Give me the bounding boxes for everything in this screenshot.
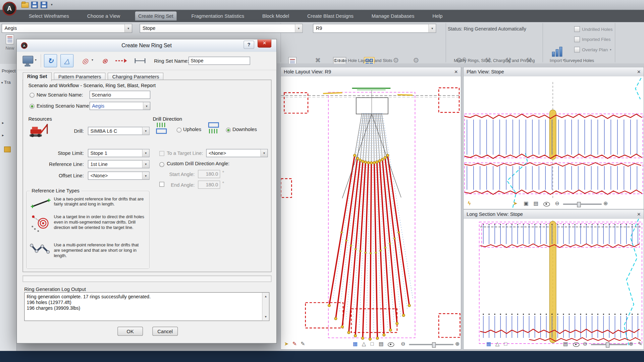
close-icon[interactable]: ✕	[637, 69, 641, 74]
chevron-down-icon[interactable]: ▾	[295, 24, 302, 32]
tab-ring-set[interactable]: Ring Set	[22, 72, 52, 81]
log-scrollbar[interactable]: ▲ ▼	[262, 293, 269, 320]
square-view-icon[interactable]: □	[504, 340, 507, 348]
select-tool-icon[interactable]: ➤	[284, 340, 288, 348]
tab-block-model[interactable]: Block Model	[259, 11, 292, 20]
stope-limit-combobox[interactable]: Stope 1 ▾	[88, 149, 150, 157]
regenerate-rings-button[interactable]: ↻	[44, 54, 57, 67]
grid-view-icon[interactable]: ▦	[486, 340, 491, 348]
chevron-down-icon[interactable]: ▾	[142, 149, 149, 157]
ok-button[interactable]: OK	[117, 327, 143, 336]
chevron-down-icon[interactable]: ▾	[124, 24, 132, 32]
tab-create-ring-set[interactable]: Create Ring Set	[135, 11, 176, 20]
view-combobox[interactable]: Stope ▾	[140, 24, 303, 33]
target-line-checkbox[interactable]	[159, 151, 164, 156]
hole-layout-canvas[interactable]: ➤ ✎ ✎ ▦ △ □ ▤ ⊖ ⊕	[281, 76, 461, 349]
plan-view-canvas[interactable]: ϟ ➤ ▣ ▤ ⊖ ⊕	[464, 76, 643, 209]
close-icon[interactable]: ✕	[454, 69, 458, 74]
ring-combobox[interactable]: R9 ▾	[313, 24, 436, 33]
ruler-icon[interactable]: ▤	[534, 200, 539, 207]
triangle-view-icon[interactable]: △	[362, 340, 366, 348]
window-titlebar[interactable]: ▾	[0, 0, 644, 10]
app-logo-icon[interactable]: A	[2, 2, 16, 16]
chevron-down-icon[interactable]: ▾	[35, 58, 37, 62]
close-button[interactable]: ✕	[258, 40, 272, 48]
cancel-button[interactable]: Cancel	[152, 327, 178, 336]
zoom-slider[interactable]	[563, 203, 602, 205]
upholes-radio[interactable]	[177, 128, 182, 133]
long-section-view-header[interactable]: Long Section View: Stope ✕	[464, 210, 643, 219]
chevron-down-icon[interactable]: ▾	[428, 24, 436, 32]
zoom-in-icon[interactable]: ⊕	[455, 340, 460, 348]
hole-spacing-icon[interactable]	[133, 54, 147, 67]
new-scenario-radio[interactable]	[30, 93, 35, 98]
tab-help[interactable]: Help	[429, 11, 446, 20]
undrilled-holes-toggle[interactable]: Undrilled Holes	[574, 26, 613, 32]
close-icon[interactable]: ✕	[637, 212, 641, 217]
chevron-down-icon[interactable]: ▾	[142, 127, 149, 135]
visibility-eye-icon[interactable]	[573, 340, 580, 348]
zoom-slider[interactable]	[591, 344, 627, 345]
visibility-eye-icon[interactable]	[388, 340, 394, 348]
scenario-combobox[interactable]: Aegis ▾	[2, 24, 132, 33]
drill-direction-arrow-icon[interactable]	[115, 54, 128, 67]
open-file-icon[interactable]	[21, 2, 29, 8]
section-box-icon[interactable]: ▣	[524, 200, 529, 207]
ruler-icon[interactable]: ▤	[563, 340, 568, 348]
zoom-out-icon[interactable]: ⊖	[401, 340, 405, 348]
new-scenario-input[interactable]	[90, 91, 150, 99]
brush-tool-icon[interactable]: ✎	[301, 340, 305, 348]
triangle-view-icon[interactable]: △	[495, 340, 499, 348]
select-tool-icon[interactable]: ➤	[513, 200, 517, 207]
new-button[interactable]: New	[2, 35, 17, 57]
reference-line-combobox[interactable]: 1st Line ▾	[88, 160, 150, 168]
ring-pattern-button[interactable]: ◎	[78, 54, 92, 67]
square-view-icon[interactable]: □	[370, 340, 374, 348]
grid-view-icon[interactable]: ▦	[353, 340, 358, 348]
scroll-up-icon[interactable]: ▲	[264, 293, 267, 300]
chevron-down-icon[interactable]: ▾	[92, 58, 93, 62]
plan-view-header[interactable]: Plan View: Stope ✕	[464, 67, 643, 77]
long-section-canvas[interactable]: ▦ △ □ ▤ ⊖ ⊕ ✎	[464, 219, 643, 349]
zoom-out-icon[interactable]: ⊖	[583, 340, 587, 348]
tab-choose-a-view[interactable]: Choose a View	[84, 11, 123, 20]
chevron-down-icon[interactable]: ▾	[142, 172, 149, 179]
save-as-icon[interactable]	[41, 2, 47, 8]
dialog-titlebar[interactable]: A Create New Ring Set ? ✕	[17, 40, 276, 52]
remove-ring-button[interactable]: ⊗	[98, 54, 111, 67]
hole-layout-view-header[interactable]: Hole Layout View: R9 ✕	[281, 67, 461, 77]
custom-angle-radio[interactable]	[159, 162, 164, 167]
end-angle-input[interactable]	[198, 181, 220, 189]
ring-generation-log[interactable]: Ring generation complete. 17 rings succe…	[24, 292, 269, 321]
save-icon[interactable]	[31, 2, 38, 8]
triangle-tool-button[interactable]: △	[60, 54, 73, 67]
visibility-eye-icon[interactable]	[543, 200, 550, 207]
start-angle-input[interactable]	[198, 170, 220, 178]
zoom-in-icon[interactable]: ⊕	[603, 200, 608, 207]
plot-device-icon[interactable]	[22, 56, 33, 64]
edit-pencil-icon[interactable]: ✎	[638, 340, 642, 348]
tab-create-blast-designs[interactable]: Create Blast Designs	[304, 11, 357, 20]
help-button[interactable]: ?	[244, 41, 254, 49]
quick-access-caret-icon[interactable]: ▾	[51, 3, 53, 7]
imported-files-toggle[interactable]: Imported Files	[574, 37, 611, 42]
project-tree-item[interactable]: ▾ Tra	[1, 80, 17, 85]
zoom-in-icon[interactable]: ⊕	[629, 340, 633, 348]
tab-select-wireframes[interactable]: Select Wireframes	[25, 11, 72, 20]
lightning-snap-icon[interactable]: ϟ	[468, 200, 471, 207]
ring-set-name-input[interactable]	[189, 57, 250, 65]
drill-combobox[interactable]: SIMBA L6 C ▾	[88, 127, 150, 135]
overlay-plan-toggle[interactable]: Overlay Plan ▾	[574, 47, 611, 53]
target-line-combobox[interactable]: <None> ▾	[206, 149, 268, 157]
zoom-slider[interactable]	[409, 344, 453, 345]
tree-collapsed-icon[interactable]: ▸	[2, 133, 4, 137]
existing-scenario-radio[interactable]	[30, 104, 35, 109]
edit-pencil-icon[interactable]: ✎	[292, 340, 297, 348]
downholes-radio[interactable]	[226, 128, 231, 133]
ruler-icon[interactable]: ▤	[379, 340, 384, 348]
tree-collapsed-icon[interactable]: ▸	[2, 121, 4, 125]
existing-scenario-combobox[interactable]: Aegis ▾	[90, 102, 150, 110]
chevron-down-icon[interactable]: ▾	[143, 102, 150, 110]
chevron-down-icon[interactable]: ▾	[260, 149, 267, 157]
zoom-out-icon[interactable]: ⊖	[555, 200, 559, 207]
